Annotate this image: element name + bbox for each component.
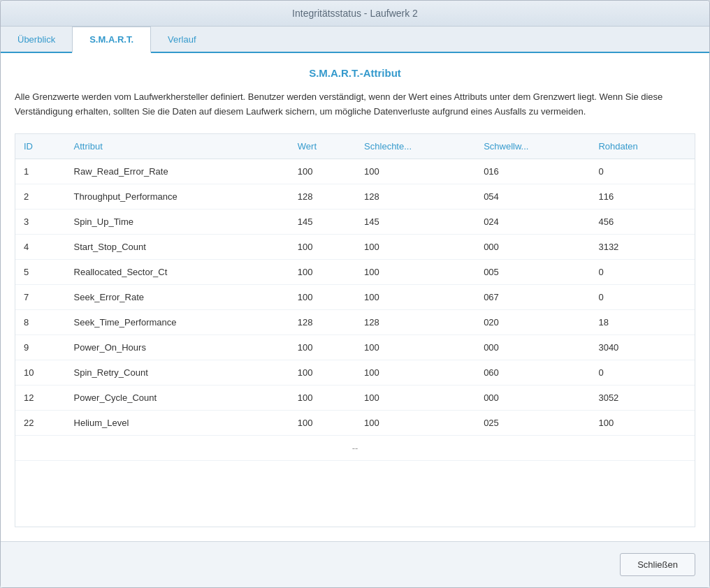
cell-wert: 100 xyxy=(289,284,356,309)
cell-attribut: Power_Cycle_Count xyxy=(66,385,289,410)
cell-schwellw: 000 xyxy=(475,234,590,259)
cell-id: 22 xyxy=(15,410,66,435)
cell-rohdaten: 3052 xyxy=(590,385,695,410)
table-row: 1Raw_Read_Error_Rate1001000160 xyxy=(15,159,695,184)
cell-id: 4 xyxy=(15,234,66,259)
col-header-schlechte: Schlechte... xyxy=(356,134,475,159)
cell-id: 1 xyxy=(15,159,66,184)
cell-attribut: Start_Stop_Count xyxy=(66,234,289,259)
cell-id: 12 xyxy=(15,385,66,410)
cell-rohdaten: 3132 xyxy=(590,234,695,259)
table-dash-row: -- xyxy=(15,435,695,460)
tab-bar: Überblick S.M.A.R.T. Verlauf xyxy=(1,27,709,53)
description-text: Alle Grenzwerte werden vom Laufwerkherst… xyxy=(15,90,695,119)
table-row: 8Seek_Time_Performance12812802018 xyxy=(15,309,695,335)
cell-schwellw: 024 xyxy=(475,209,590,234)
cell-id: 7 xyxy=(15,284,66,309)
window-title: Integritätsstatus - Laufwerk 2 xyxy=(292,8,418,19)
table-row: 5Reallocated_Sector_Ct1001000050 xyxy=(15,259,695,284)
footer: Schließen xyxy=(1,541,709,587)
cell-wert: 100 xyxy=(289,385,356,410)
tab-overview[interactable]: Überblick xyxy=(1,27,72,53)
cell-rohdaten: 3040 xyxy=(590,335,695,360)
cell-id: 2 xyxy=(15,184,66,209)
cell-schlechte: 100 xyxy=(356,284,475,309)
main-content: S.M.A.R.T.-Attribut Alle Grenzwerte werd… xyxy=(1,53,709,541)
cell-attribut: Helium_Level xyxy=(66,410,289,435)
cell-attribut: Power_On_Hours xyxy=(66,335,289,360)
table-row: 12Power_Cycle_Count1001000003052 xyxy=(15,385,695,410)
cell-id: 3 xyxy=(15,209,66,234)
cell-id: 8 xyxy=(15,309,66,335)
col-header-rohdaten: Rohdaten xyxy=(590,134,695,159)
cell-schwellw: 054 xyxy=(475,184,590,209)
cell-id: 10 xyxy=(15,360,66,385)
cell-schwellw: 025 xyxy=(475,410,590,435)
cell-wert: 128 xyxy=(289,309,356,335)
cell-schwellw: 000 xyxy=(475,385,590,410)
cell-schwellw: 060 xyxy=(475,360,590,385)
cell-rohdaten: 100 xyxy=(590,410,695,435)
col-header-wert: Wert xyxy=(289,134,356,159)
cell-rohdaten: 0 xyxy=(590,259,695,284)
smart-table: ID Attribut Wert Schlechte... Schwellw..… xyxy=(15,134,695,461)
col-header-id: ID xyxy=(15,134,66,159)
cell-wert: 100 xyxy=(289,360,356,385)
cell-wert: 100 xyxy=(289,234,356,259)
table-header-row: ID Attribut Wert Schlechte... Schwellw..… xyxy=(15,134,695,159)
cell-wert: 100 xyxy=(289,259,356,284)
main-window: Integritätsstatus - Laufwerk 2 Überblick… xyxy=(0,0,710,588)
tab-smart[interactable]: S.M.A.R.T. xyxy=(72,27,151,53)
cell-wert: 100 xyxy=(289,410,356,435)
cell-schlechte: 128 xyxy=(356,184,475,209)
section-title: S.M.A.R.T.-Attribut xyxy=(15,67,695,79)
cell-attribut: Reallocated_Sector_Ct xyxy=(66,259,289,284)
cell-attribut: Seek_Time_Performance xyxy=(66,309,289,335)
title-bar: Integritätsstatus - Laufwerk 2 xyxy=(1,1,709,27)
cell-schwellw: 020 xyxy=(475,309,590,335)
close-button[interactable]: Schließen xyxy=(620,553,695,576)
cell-schlechte: 100 xyxy=(356,335,475,360)
cell-schlechte: 100 xyxy=(356,410,475,435)
table-row: 22Helium_Level100100025100 xyxy=(15,410,695,435)
cell-rohdaten: 0 xyxy=(590,159,695,184)
cell-attribut: Spin_Retry_Count xyxy=(66,360,289,385)
table-row: 2Throughput_Performance128128054116 xyxy=(15,184,695,209)
cell-schlechte: 100 xyxy=(356,259,475,284)
col-header-schwellw: Schwellw... xyxy=(475,134,590,159)
cell-schlechte: 128 xyxy=(356,309,475,335)
cell-schwellw: 005 xyxy=(475,259,590,284)
cell-schwellw: 000 xyxy=(475,335,590,360)
col-header-attribut: Attribut xyxy=(66,134,289,159)
cell-rohdaten: 0 xyxy=(590,360,695,385)
cell-schlechte: 100 xyxy=(356,159,475,184)
dash-cell: -- xyxy=(15,435,695,460)
table-row: 7Seek_Error_Rate1001000670 xyxy=(15,284,695,309)
cell-rohdaten: 18 xyxy=(590,309,695,335)
cell-attribut: Spin_Up_Time xyxy=(66,209,289,234)
table-row: 9Power_On_Hours1001000003040 xyxy=(15,335,695,360)
smart-table-container[interactable]: ID Attribut Wert Schlechte... Schwellw..… xyxy=(15,133,695,527)
cell-schwellw: 067 xyxy=(475,284,590,309)
cell-rohdaten: 0 xyxy=(590,284,695,309)
table-row: 3Spin_Up_Time145145024456 xyxy=(15,209,695,234)
cell-id: 5 xyxy=(15,259,66,284)
cell-wert: 100 xyxy=(289,335,356,360)
cell-wert: 100 xyxy=(289,159,356,184)
cell-schlechte: 100 xyxy=(356,360,475,385)
cell-wert: 128 xyxy=(289,184,356,209)
cell-attribut: Throughput_Performance xyxy=(66,184,289,209)
cell-rohdaten: 116 xyxy=(590,184,695,209)
cell-schwellw: 016 xyxy=(475,159,590,184)
tab-history[interactable]: Verlauf xyxy=(151,27,212,53)
cell-schlechte: 100 xyxy=(356,385,475,410)
cell-attribut: Raw_Read_Error_Rate xyxy=(66,159,289,184)
cell-id: 9 xyxy=(15,335,66,360)
cell-schlechte: 100 xyxy=(356,234,475,259)
table-row: 4Start_Stop_Count1001000003132 xyxy=(15,234,695,259)
cell-schlechte: 145 xyxy=(356,209,475,234)
cell-rohdaten: 456 xyxy=(590,209,695,234)
cell-wert: 145 xyxy=(289,209,356,234)
cell-attribut: Seek_Error_Rate xyxy=(66,284,289,309)
table-row: 10Spin_Retry_Count1001000600 xyxy=(15,360,695,385)
